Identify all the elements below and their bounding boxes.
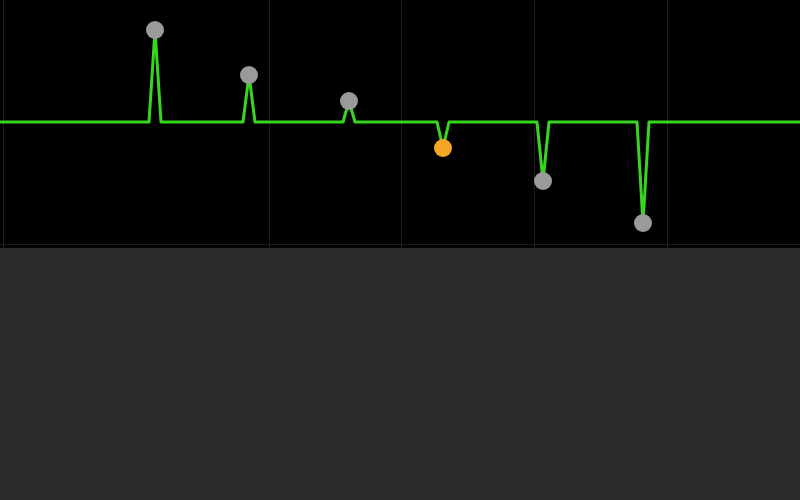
peak-handle[interactable] <box>340 92 358 110</box>
peak-handle[interactable] <box>634 214 652 232</box>
peak-handle[interactable] <box>534 172 552 190</box>
control-panel: 7 441 Hz Point + - peak widthvibe start <box>0 248 800 500</box>
peak-handle[interactable] <box>434 139 452 157</box>
waveform-graph[interactable] <box>0 0 800 248</box>
peak-handle[interactable] <box>146 21 164 39</box>
peak-handle[interactable] <box>240 66 258 84</box>
waveform-curve <box>0 0 800 248</box>
